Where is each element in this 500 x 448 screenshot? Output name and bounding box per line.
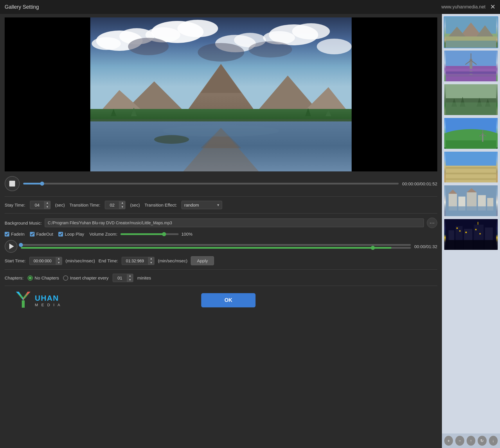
end-time-input[interactable]	[122, 257, 148, 265]
thumbnail-6[interactable]	[444, 185, 498, 217]
svg-point-11	[263, 31, 295, 44]
svg-rect-62	[446, 140, 496, 149]
transition-effect-select[interactable]: random fade slide zoom wipe	[181, 201, 222, 209]
fadeout-label: FadeOut	[36, 232, 53, 236]
fadein-checkbox[interactable]	[5, 232, 9, 236]
title-bar: Gallery Setting www.yuhanmedia.net ✕	[0, 0, 500, 14]
audio-thumb-blue[interactable]	[19, 243, 23, 247]
ok-button[interactable]: OK	[201, 293, 256, 307]
svg-rect-90	[459, 230, 461, 232]
svg-rect-71	[446, 173, 496, 174]
end-time-up[interactable]: ▲	[148, 257, 154, 261]
thumbnail-rotate-button[interactable]: ↻	[478, 436, 486, 446]
chapter-interval-spinner: ▲ ▼	[127, 274, 133, 282]
fadeout-checkbox[interactable]	[30, 232, 35, 236]
thumbnail-add-button[interactable]: +	[444, 436, 453, 446]
svg-rect-43	[446, 41, 496, 48]
stay-time-up[interactable]: ▲	[44, 201, 50, 205]
stay-time-input[interactable]	[30, 201, 44, 209]
volume-thumb[interactable]	[162, 232, 166, 236]
thumbnail-2[interactable]	[444, 50, 498, 82]
chapter-unit: minites	[137, 275, 151, 280]
transition-time-input[interactable]	[105, 201, 119, 209]
svg-point-13	[128, 38, 169, 55]
apply-button[interactable]: Apply	[191, 256, 214, 265]
stop-button[interactable]	[5, 176, 20, 191]
audio-thumb-green[interactable]	[371, 246, 375, 250]
svg-point-12	[317, 39, 352, 54]
start-time-up[interactable]: ▲	[56, 257, 62, 261]
svg-point-5	[177, 20, 218, 37]
thumbnail-mountain-scene	[444, 17, 498, 48]
thumbnail-4[interactable]	[444, 117, 498, 149]
transition-time-up[interactable]: ▲	[119, 201, 125, 205]
thumbnail-1[interactable]	[444, 16, 498, 48]
no-chapters-label: No Chapters	[35, 275, 59, 280]
no-chapters-radio-item[interactable]: No Chapters	[28, 275, 59, 281]
no-chapters-radio[interactable]	[28, 275, 33, 281]
thumbnail-up-button[interactable]: ↑	[467, 436, 475, 446]
insert-chapter-radio-item[interactable]: Insert chapter every	[63, 275, 109, 281]
thumbnail-7[interactable]	[444, 218, 498, 250]
close-button[interactable]: ✕	[490, 4, 495, 10]
loopplay-checkbox-item[interactable]: Loop Play	[58, 232, 84, 236]
thumbnail-windmill-scene	[444, 51, 498, 81]
thumbnail-3[interactable]	[444, 84, 498, 116]
volume-track[interactable]	[120, 233, 179, 235]
chapters-label: Chapters:	[5, 275, 24, 280]
start-time-unit: (min/sec/msec)	[66, 258, 95, 263]
start-time-down[interactable]: ▼	[56, 261, 62, 265]
svg-point-9	[269, 24, 318, 45]
audio-time-display: 00:00/01:32	[414, 244, 437, 249]
svg-marker-29	[201, 128, 241, 148]
loopplay-label: Loop Play	[65, 232, 84, 236]
audio-track-blue[interactable]	[21, 244, 411, 246]
start-time-input-group: ▲ ▼	[29, 257, 62, 265]
stay-time-label: Stay Time:	[5, 203, 25, 207]
end-time-down[interactable]: ▼	[148, 261, 154, 265]
svg-marker-19	[253, 76, 323, 116]
thumbnail-remove-button[interactable]: −	[455, 436, 464, 446]
music-path-input[interactable]	[45, 218, 424, 227]
audio-play-button[interactable]	[5, 240, 17, 253]
music-browse-button[interactable]: ⋯	[427, 218, 437, 228]
chapter-interval-down[interactable]: ▼	[127, 278, 133, 282]
insert-chapter-radio[interactable]	[63, 275, 68, 281]
fadein-checkbox-item[interactable]: FadeIn	[5, 232, 25, 236]
video-progress-thumb[interactable]	[40, 182, 44, 186]
loopplay-checkbox[interactable]	[58, 232, 63, 236]
chapter-interval-input[interactable]	[113, 274, 127, 282]
svg-marker-20	[96, 90, 148, 116]
insert-label: Insert chapter every	[70, 275, 109, 280]
stay-time-input-group: ▲ ▼	[30, 201, 51, 209]
svg-rect-27	[90, 121, 352, 171]
start-time-input[interactable]	[30, 257, 56, 265]
svg-marker-24	[131, 107, 137, 116]
stay-time-down[interactable]: ▼	[44, 205, 50, 209]
chapter-interval-up[interactable]: ▲	[127, 274, 133, 278]
video-progress-fill	[23, 183, 42, 184]
thumbnail-down-button[interactable]: ↓	[489, 436, 498, 446]
website-url: www.yuhanmedia.net	[441, 4, 485, 10]
svg-point-2	[119, 28, 154, 44]
thumbnail-controls: + − ↑ ↻ ↓	[442, 433, 500, 448]
transition-time-input-group: ▲ ▼	[105, 201, 125, 209]
svg-point-32	[154, 135, 189, 144]
svg-rect-91	[465, 232, 467, 233]
video-progress-track[interactable]	[23, 183, 399, 184]
svg-marker-18	[119, 81, 189, 116]
svg-rect-59	[446, 103, 496, 115]
svg-point-15	[249, 41, 292, 58]
fadeout-checkbox-item[interactable]: FadeOut	[30, 232, 53, 236]
volume-fill	[120, 233, 164, 235]
svg-marker-23	[111, 109, 116, 116]
svg-point-7	[215, 35, 256, 52]
settings-row: Stay Time: ▲ ▼ (sec) Transition Time: ▲ …	[5, 201, 437, 209]
audio-track-green[interactable]	[21, 247, 411, 249]
logo-text-area: UHAN M E D I A	[35, 294, 61, 307]
stop-icon	[9, 181, 15, 187]
thumbnail-5[interactable]	[444, 151, 498, 183]
transition-time-down[interactable]: ▼	[119, 205, 125, 209]
start-time-spinner: ▲ ▼	[56, 257, 62, 265]
time-settings-row: Start Time: ▲ ▼ (min/sec/msec) End Time:…	[5, 256, 437, 265]
